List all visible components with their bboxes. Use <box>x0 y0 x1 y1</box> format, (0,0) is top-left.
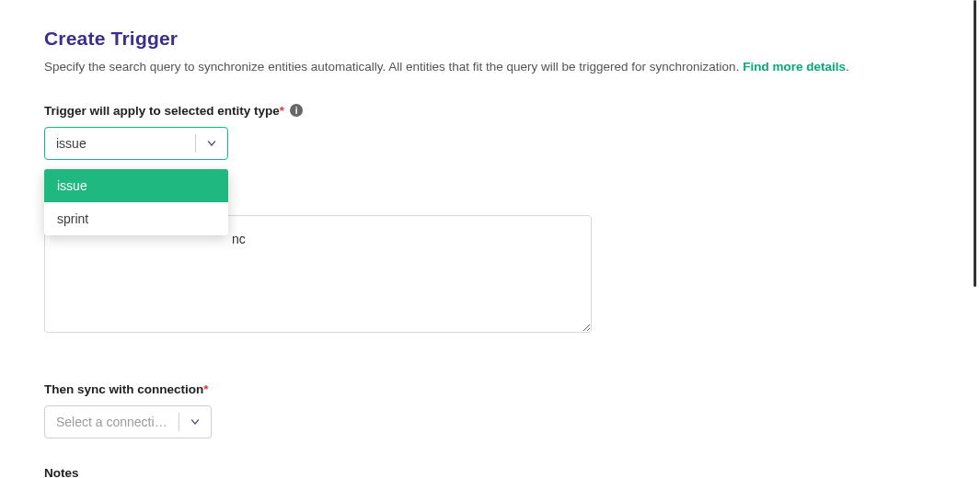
page-title: Create Trigger <box>44 28 936 50</box>
entity-type-label: Trigger will apply to selected entity ty… <box>44 104 284 118</box>
period: . <box>846 60 849 74</box>
description-text: Specify the search query to synchronize … <box>44 60 743 74</box>
entity-type-select[interactable]: issue <box>44 127 228 160</box>
connection-select-placeholder: Select a connection <box>45 415 179 429</box>
entity-type-label-row: Trigger will apply to selected entity ty… <box>44 104 936 118</box>
entity-type-dropdown: issue sprint <box>44 169 228 235</box>
entity-type-select-wrap: issue issue sprint <box>44 127 228 160</box>
required-asterisk: * <box>280 104 284 118</box>
dropdown-option-issue[interactable]: issue <box>44 169 228 202</box>
notes-label: Notes <box>44 466 936 478</box>
info-icon[interactable]: i <box>290 104 303 117</box>
dropdown-option-sprint[interactable]: sprint <box>44 202 228 235</box>
connection-label: Then sync with connection* <box>44 382 209 396</box>
entity-type-select-value: issue <box>45 136 195 151</box>
connection-section: Then sync with connection* Select a conn… <box>44 382 936 438</box>
chevron-down-icon[interactable] <box>196 137 227 150</box>
entity-type-section: Trigger will apply to selected entity ty… <box>44 104 936 160</box>
find-more-details-link[interactable]: Find more details <box>743 60 846 74</box>
scrollbar[interactable] <box>974 0 976 287</box>
chevron-down-icon[interactable] <box>179 415 211 428</box>
required-asterisk: * <box>203 382 208 396</box>
connection-select[interactable]: Select a connection <box>44 405 212 438</box>
notes-section: Notes <box>44 466 936 478</box>
connection-label-row: Then sync with connection* <box>44 382 936 396</box>
page-description: Specify the search query to synchronize … <box>44 59 936 76</box>
